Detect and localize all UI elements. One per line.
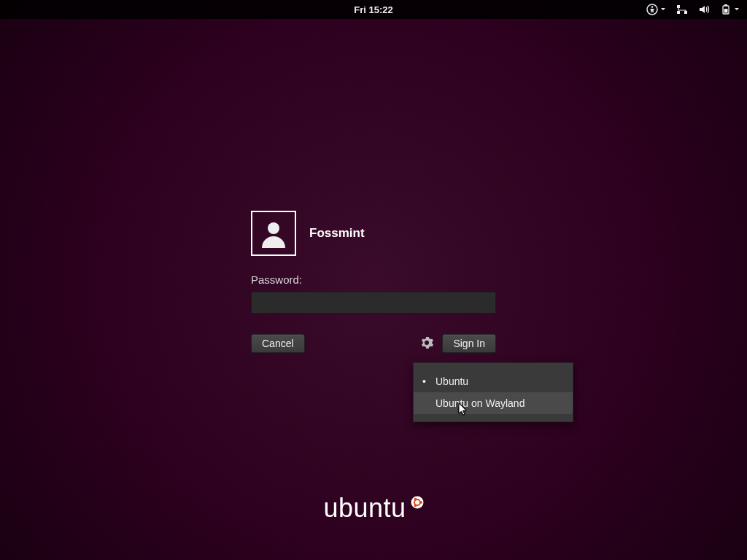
session-option-label: Ubuntu — [436, 376, 468, 387]
password-input[interactable] — [251, 292, 496, 314]
power-menu[interactable] — [720, 4, 740, 15]
top-bar: Fri 15:22 — [0, 0, 747, 19]
svg-point-13 — [414, 505, 417, 508]
volume-icon — [698, 4, 710, 15]
user-icon — [258, 217, 290, 249]
session-option-label: Ubuntu on Wayland — [436, 397, 525, 409]
session-gear-button[interactable] — [419, 335, 435, 353]
svg-point-12 — [414, 498, 417, 501]
battery-icon — [720, 4, 732, 15]
volume-indicator[interactable] — [698, 4, 710, 15]
session-menu: Ubuntu Ubuntu on Wayland — [413, 362, 573, 422]
topbar-right — [646, 0, 740, 19]
ubuntu-wordmark: ubuntu — [323, 493, 406, 524]
svg-point-1 — [651, 6, 654, 8]
accessibility-menu[interactable] — [646, 4, 666, 15]
clock: Fri 15:22 — [354, 4, 392, 15]
network-indicator[interactable] — [676, 4, 688, 15]
circle-of-friends-icon — [411, 496, 424, 509]
svg-rect-4 — [684, 11, 687, 14]
svg-rect-7 — [724, 9, 728, 13]
svg-point-11 — [419, 501, 422, 504]
chevron-down-icon — [660, 7, 666, 12]
user-row: Fossmint — [251, 211, 496, 256]
network-icon — [676, 4, 688, 15]
ubuntu-logo: ubuntu — [0, 493, 747, 524]
button-row: Cancel Sign In — [251, 334, 496, 353]
password-label: Password: — [251, 273, 496, 286]
session-option-ubuntu[interactable]: Ubuntu — [414, 370, 573, 392]
username-label: Fossmint — [309, 226, 365, 241]
accessibility-icon — [646, 4, 658, 15]
svg-point-8 — [268, 222, 279, 234]
signin-button[interactable]: Sign In — [442, 334, 496, 353]
session-option-wayland[interactable]: Ubuntu on Wayland — [414, 392, 573, 414]
svg-rect-3 — [677, 11, 680, 14]
chevron-down-icon — [734, 7, 740, 12]
login-panel: Fossmint Password: Cancel Sign In — [251, 211, 496, 353]
avatar — [251, 211, 296, 256]
svg-rect-2 — [677, 5, 680, 8]
cancel-button[interactable]: Cancel — [251, 334, 305, 353]
signin-group: Sign In — [419, 334, 496, 353]
svg-rect-6 — [724, 4, 727, 6]
gear-icon — [420, 336, 433, 349]
